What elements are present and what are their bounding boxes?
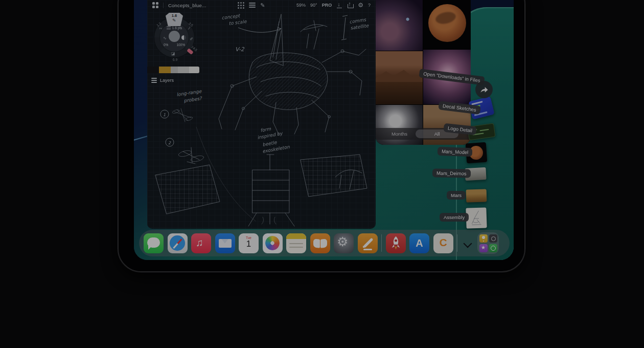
notes-band: [286, 233, 306, 239]
dock-app-books[interactable]: [310, 233, 330, 253]
share-button[interactable]: [475, 81, 493, 98]
fill-tool-icon[interactable]: ◪: [171, 51, 175, 56]
dock-chevron-down-icon[interactable]: [462, 233, 474, 253]
dock-suggested-apps[interactable]: ★: [477, 232, 499, 254]
tool-wheel[interactable]: 1.6 ✎ 1.3 3.5 6.9 14.5 ∿ ⌇ ✐ ◪ 1.6 pts: [154, 17, 194, 57]
pen-mode-icon[interactable]: ✎: [260, 3, 265, 8]
stroke-slider-icon: [167, 27, 171, 29]
swatch-gold[interactable]: [159, 67, 171, 73]
messages-bubble-icon: [147, 237, 160, 248]
marker-tool-icon[interactable]: ✐: [190, 37, 193, 41]
layers-label: Layers: [160, 78, 174, 83]
suggested-tips-icon: [479, 234, 488, 243]
share-arrow-icon: [479, 84, 489, 95]
dock-divider: [457, 234, 457, 252]
app-switcher-icon[interactable]: [152, 2, 158, 8]
active-tool-size: 1.6: [166, 13, 183, 18]
annotation-to-scale: to scale: [228, 19, 247, 26]
import-icon[interactable]: [336, 2, 342, 8]
grid-settings-icon[interactable]: [238, 2, 244, 9]
mars-planet-image: [428, 4, 466, 42]
c-app-icon: C: [433, 236, 453, 249]
dock-app-mail[interactable]: [215, 233, 235, 253]
page-background: concept to scale comms satellite V-2 lon…: [0, 0, 644, 348]
dock: ♫ Tue 1 ⚙: [139, 230, 510, 256]
annotation-probes: probes?: [183, 96, 203, 103]
dock-app-app-store[interactable]: A: [409, 233, 429, 253]
photo-mars-planet[interactable]: [423, 0, 471, 49]
swatch-gray-2[interactable]: [178, 67, 189, 73]
opacity-icon: [181, 35, 186, 40]
airbrush-tool-icon[interactable]: ⌇: [187, 26, 192, 31]
export-icon[interactable]: [347, 2, 353, 8]
app-store-a-icon: A: [409, 237, 429, 249]
concepts-app-window: concept to scale comms satellite V-2 lon…: [147, 0, 376, 229]
dock-app-sketch-pen[interactable]: [358, 233, 378, 253]
tool-wheel-center[interactable]: 1.6 pts 0% 100% ∿: [160, 23, 189, 52]
suggested-clock-icon: [489, 244, 497, 252]
dock-app-music[interactable]: ♫: [191, 233, 211, 253]
dock-app-notes[interactable]: [286, 233, 306, 253]
opacity-max: 100%: [176, 43, 185, 47]
drag-item-label[interactable]: Mars: [447, 191, 466, 200]
concepts-toolbar: Concepts_blue... ✎ 59% 90° PRO ⚙ ?: [147, 0, 376, 10]
annotation-marker-1: 1: [163, 113, 166, 117]
notes-line: [289, 243, 303, 244]
layers-list-icon: [151, 78, 157, 83]
dock-app-rocket[interactable]: [386, 233, 406, 253]
swatch-black[interactable]: [147, 67, 159, 73]
annotation-form: form: [260, 126, 272, 133]
pen-bar: [363, 237, 373, 248]
photo-mars-landscape[interactable]: [376, 51, 423, 104]
books-page: [313, 238, 320, 248]
pro-badge[interactable]: PRO: [322, 3, 332, 8]
logo-mark: [480, 129, 489, 131]
annotation-satellite: satellite: [350, 23, 370, 31]
color-swatch-bar[interactable]: [147, 67, 199, 73]
suggested-camera-icon: [489, 234, 497, 243]
smoothing-min: 0%: [164, 43, 168, 47]
photos-flower-icon: [265, 236, 280, 250]
annotation-v2: V-2: [235, 46, 245, 53]
dock-divider: [381, 234, 382, 252]
dock-app-calendar[interactable]: Tue 1: [239, 233, 259, 253]
books-page: [320, 238, 327, 248]
rotation-value[interactable]: 90°: [310, 3, 317, 8]
annotation-marker-2: 2: [168, 141, 171, 145]
assembly-sketch: [467, 209, 485, 227]
settings-gear-glyph: ⚙: [337, 234, 348, 249]
photo-nebula-1[interactable]: [376, 0, 423, 51]
drag-item-label[interactable]: Assembly: [440, 213, 469, 222]
layers-menu-icon[interactable]: [249, 3, 256, 8]
drag-thumb-mars[interactable]: [466, 189, 487, 202]
pen-underline: [363, 249, 372, 250]
help-button[interactable]: ?: [368, 3, 371, 8]
settings-gear-icon[interactable]: ⚙: [358, 2, 363, 8]
dock-app-c-app[interactable]: C: [433, 233, 453, 253]
smoothing-icon: ∿: [163, 36, 167, 40]
notes-line: [289, 247, 303, 248]
calendar-day: 1: [239, 240, 259, 249]
active-color-dot[interactable]: [169, 31, 180, 42]
drag-item-label[interactable]: Mars_Model: [438, 147, 473, 157]
dock-app-safari[interactable]: [168, 233, 188, 253]
swatch-selection-dot: [174, 3, 175, 4]
pencil-tool-icon: ✎: [172, 18, 177, 23]
dock-app-photos[interactable]: [263, 233, 283, 253]
layers-panel-header[interactable]: Layers: [151, 78, 174, 83]
swatch-gray-1[interactable]: [171, 67, 178, 73]
dock-app-messages[interactable]: [144, 233, 164, 253]
dock-app-settings[interactable]: ⚙: [334, 233, 354, 253]
music-note-icon: ♫: [196, 237, 203, 249]
drag-thumb-assembly[interactable]: [466, 207, 487, 228]
active-tool-wedge[interactable]: 1.6 ✎: [166, 13, 183, 26]
decal-mark: [471, 101, 482, 105]
suggested-star-icon: ★: [479, 244, 488, 252]
zoom-level[interactable]: 59%: [296, 3, 306, 8]
tool-size-bottom: 6.9: [173, 58, 177, 61]
drag-item-label[interactable]: Mars_Deimos: [432, 168, 471, 178]
rocket-icon: [386, 233, 406, 253]
toolbar-divider: [163, 3, 164, 8]
stroke-width-value: 1.6 pts: [172, 26, 182, 30]
swatch-white[interactable]: [189, 67, 199, 73]
